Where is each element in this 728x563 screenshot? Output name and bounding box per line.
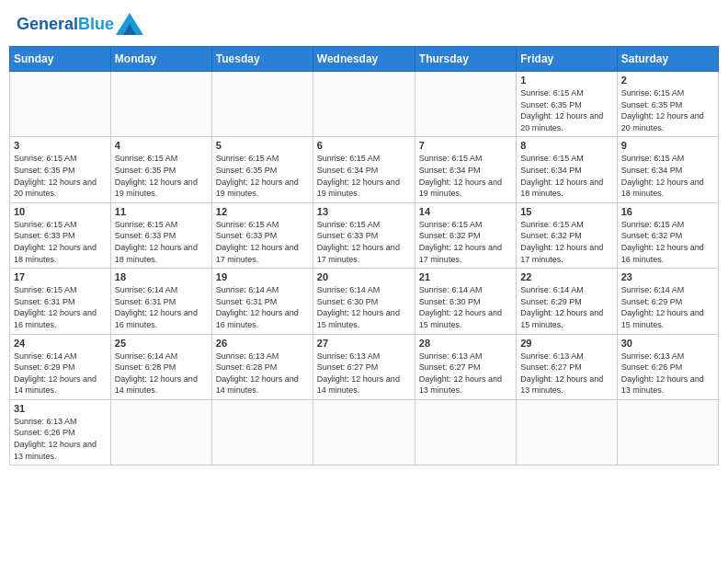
column-header-thursday: Thursday xyxy=(415,47,516,72)
day-number: 10 xyxy=(14,206,107,217)
day-info: Sunrise: 6:15 AM Sunset: 6:35 PM Dayligh… xyxy=(520,87,612,133)
day-cell: 13Sunrise: 6:15 AM Sunset: 6:33 PM Dayli… xyxy=(313,202,415,268)
day-cell: 5Sunrise: 6:15 AM Sunset: 6:35 PM Daylig… xyxy=(211,137,313,202)
day-info: Sunrise: 6:13 AM Sunset: 6:27 PM Dayligh… xyxy=(317,350,411,396)
day-number: 30 xyxy=(621,338,714,349)
day-number: 12 xyxy=(216,206,309,217)
day-cell: 7Sunrise: 6:15 AM Sunset: 6:34 PM Daylig… xyxy=(415,137,516,202)
day-info: Sunrise: 6:15 AM Sunset: 6:35 PM Dayligh… xyxy=(216,153,309,199)
day-cell xyxy=(110,399,211,465)
day-info: Sunrise: 6:15 AM Sunset: 6:35 PM Dayligh… xyxy=(621,87,714,133)
day-cell: 21Sunrise: 6:14 AM Sunset: 6:30 PM Dayli… xyxy=(415,269,516,334)
day-info: Sunrise: 6:15 AM Sunset: 6:32 PM Dayligh… xyxy=(621,219,714,265)
day-cell: 11Sunrise: 6:15 AM Sunset: 6:33 PM Dayli… xyxy=(110,202,211,268)
day-number: 9 xyxy=(621,140,714,151)
day-cell: 26Sunrise: 6:13 AM Sunset: 6:28 PM Dayli… xyxy=(211,334,313,399)
day-info: Sunrise: 6:14 AM Sunset: 6:29 PM Dayligh… xyxy=(621,284,714,330)
day-cell: 16Sunrise: 6:15 AM Sunset: 6:32 PM Dayli… xyxy=(617,202,718,268)
day-number: 6 xyxy=(317,140,411,151)
day-cell xyxy=(211,72,313,137)
day-number: 18 xyxy=(115,271,208,282)
day-cell xyxy=(415,72,516,137)
day-info: Sunrise: 6:15 AM Sunset: 6:31 PM Dayligh… xyxy=(14,284,107,330)
day-cell: 24Sunrise: 6:14 AM Sunset: 6:29 PM Dayli… xyxy=(10,334,111,399)
day-cell: 22Sunrise: 6:14 AM Sunset: 6:29 PM Dayli… xyxy=(517,269,617,334)
calendar: SundayMondayTuesdayWednesdayThursdayFrid… xyxy=(9,46,719,465)
day-cell xyxy=(211,399,313,465)
day-cell: 23Sunrise: 6:14 AM Sunset: 6:29 PM Dayli… xyxy=(617,269,718,334)
day-cell xyxy=(517,399,617,465)
column-header-saturday: Saturday xyxy=(617,47,718,72)
day-number: 28 xyxy=(419,338,512,349)
day-cell: 17Sunrise: 6:15 AM Sunset: 6:31 PM Dayli… xyxy=(10,269,111,334)
day-number: 22 xyxy=(520,271,612,282)
day-cell: 1Sunrise: 6:15 AM Sunset: 6:35 PM Daylig… xyxy=(517,72,617,137)
header-row: SundayMondayTuesdayWednesdayThursdayFrid… xyxy=(10,47,719,72)
day-cell: 15Sunrise: 6:15 AM Sunset: 6:32 PM Dayli… xyxy=(517,202,617,268)
day-number: 26 xyxy=(216,338,309,349)
week-row-6: 31Sunrise: 6:13 AM Sunset: 6:26 PM Dayli… xyxy=(10,399,719,465)
day-info: Sunrise: 6:14 AM Sunset: 6:29 PM Dayligh… xyxy=(520,284,612,330)
day-cell: 20Sunrise: 6:14 AM Sunset: 6:30 PM Dayli… xyxy=(313,269,415,334)
day-info: Sunrise: 6:15 AM Sunset: 6:34 PM Dayligh… xyxy=(419,153,512,199)
day-cell: 2Sunrise: 6:15 AM Sunset: 6:35 PM Daylig… xyxy=(617,72,718,137)
week-row-4: 17Sunrise: 6:15 AM Sunset: 6:31 PM Dayli… xyxy=(10,269,719,334)
day-number: 27 xyxy=(317,338,411,349)
day-number: 15 xyxy=(520,206,612,217)
logo-text: GeneralBlue xyxy=(17,15,114,34)
column-header-wednesday: Wednesday xyxy=(313,47,415,72)
logo: GeneralBlue xyxy=(17,13,143,35)
day-cell xyxy=(313,72,415,137)
day-cell xyxy=(313,399,415,465)
week-row-2: 3Sunrise: 6:15 AM Sunset: 6:35 PM Daylig… xyxy=(10,137,719,202)
column-header-friday: Friday xyxy=(517,47,617,72)
day-cell: 29Sunrise: 6:13 AM Sunset: 6:27 PM Dayli… xyxy=(517,334,617,399)
day-cell: 4Sunrise: 6:15 AM Sunset: 6:35 PM Daylig… xyxy=(110,137,211,202)
day-info: Sunrise: 6:13 AM Sunset: 6:28 PM Dayligh… xyxy=(216,350,309,396)
day-cell: 31Sunrise: 6:13 AM Sunset: 6:26 PM Dayli… xyxy=(10,399,111,465)
day-cell: 19Sunrise: 6:14 AM Sunset: 6:31 PM Dayli… xyxy=(211,269,313,334)
column-header-tuesday: Tuesday xyxy=(211,47,313,72)
page-header: GeneralBlue xyxy=(9,9,719,39)
day-cell: 14Sunrise: 6:15 AM Sunset: 6:32 PM Dayli… xyxy=(415,202,516,268)
logo-general: General xyxy=(17,15,78,33)
day-cell xyxy=(110,72,211,137)
day-number: 3 xyxy=(14,140,107,151)
day-cell: 8Sunrise: 6:15 AM Sunset: 6:34 PM Daylig… xyxy=(517,137,617,202)
logo-blue: Blue xyxy=(78,15,114,33)
day-info: Sunrise: 6:14 AM Sunset: 6:31 PM Dayligh… xyxy=(216,284,309,330)
day-cell: 27Sunrise: 6:13 AM Sunset: 6:27 PM Dayli… xyxy=(313,334,415,399)
day-number: 13 xyxy=(317,206,411,217)
day-info: Sunrise: 6:15 AM Sunset: 6:33 PM Dayligh… xyxy=(14,219,107,265)
week-row-1: 1Sunrise: 6:15 AM Sunset: 6:35 PM Daylig… xyxy=(10,72,719,137)
day-cell: 30Sunrise: 6:13 AM Sunset: 6:26 PM Dayli… xyxy=(617,334,718,399)
day-info: Sunrise: 6:15 AM Sunset: 6:34 PM Dayligh… xyxy=(621,153,714,199)
column-header-monday: Monday xyxy=(110,47,211,72)
day-info: Sunrise: 6:15 AM Sunset: 6:35 PM Dayligh… xyxy=(14,153,107,199)
day-number: 23 xyxy=(621,271,714,282)
day-info: Sunrise: 6:14 AM Sunset: 6:30 PM Dayligh… xyxy=(317,284,411,330)
day-cell xyxy=(415,399,516,465)
day-number: 7 xyxy=(419,140,512,151)
day-number: 14 xyxy=(419,206,512,217)
day-info: Sunrise: 6:14 AM Sunset: 6:31 PM Dayligh… xyxy=(115,284,208,330)
day-number: 19 xyxy=(216,271,309,282)
day-cell: 3Sunrise: 6:15 AM Sunset: 6:35 PM Daylig… xyxy=(10,137,111,202)
day-cell: 25Sunrise: 6:14 AM Sunset: 6:28 PM Dayli… xyxy=(110,334,211,399)
day-number: 29 xyxy=(520,338,612,349)
day-info: Sunrise: 6:15 AM Sunset: 6:33 PM Dayligh… xyxy=(216,219,309,265)
day-number: 24 xyxy=(14,338,107,349)
day-cell: 10Sunrise: 6:15 AM Sunset: 6:33 PM Dayli… xyxy=(10,202,111,268)
day-number: 17 xyxy=(14,271,107,282)
day-number: 2 xyxy=(621,75,714,86)
day-cell: 28Sunrise: 6:13 AM Sunset: 6:27 PM Dayli… xyxy=(415,334,516,399)
day-number: 4 xyxy=(115,140,208,151)
day-number: 5 xyxy=(216,140,309,151)
day-cell xyxy=(10,72,111,137)
day-info: Sunrise: 6:15 AM Sunset: 6:34 PM Dayligh… xyxy=(317,153,411,199)
day-info: Sunrise: 6:15 AM Sunset: 6:32 PM Dayligh… xyxy=(419,219,512,265)
day-cell xyxy=(617,399,718,465)
day-number: 16 xyxy=(621,206,714,217)
week-row-5: 24Sunrise: 6:14 AM Sunset: 6:29 PM Dayli… xyxy=(10,334,719,399)
day-number: 21 xyxy=(419,271,512,282)
